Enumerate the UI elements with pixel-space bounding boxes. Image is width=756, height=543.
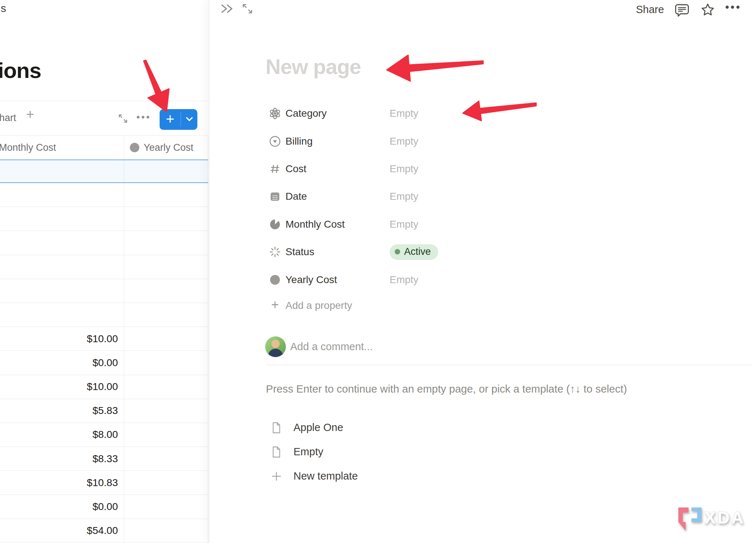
expand-diagonal-icon[interactable] <box>241 3 254 16</box>
table-cell-yearly[interactable] <box>124 495 208 518</box>
table-cell-monthly[interactable]: $54.00 <box>0 519 124 543</box>
table-cell-monthly[interactable]: $10.00 <box>0 327 124 351</box>
table-cell-monthly[interactable]: $5.83 <box>0 399 124 423</box>
plus-icon <box>270 470 283 482</box>
property-value[interactable]: Active <box>390 244 438 260</box>
collapse-right-icon[interactable] <box>219 2 235 17</box>
template-option[interactable]: Apple One <box>266 415 520 440</box>
more-options-button[interactable]: ••• <box>725 1 741 14</box>
table-cell-monthly[interactable]: $0.00 <box>0 495 124 518</box>
property-value[interactable]: Empty <box>390 274 418 286</box>
table-cell-yearly[interactable] <box>124 231 208 254</box>
table-row[interactable]: $10.83 <box>0 471 208 495</box>
table-row[interactable] <box>0 207 208 231</box>
status-dot <box>395 249 400 254</box>
table-cell-monthly[interactable] <box>0 183 124 207</box>
table-cell-yearly[interactable] <box>124 447 208 471</box>
expand-view-icon[interactable] <box>118 113 128 125</box>
table-cell-yearly[interactable] <box>124 183 208 207</box>
table-row[interactable]: $8.33 <box>0 447 208 471</box>
table-cell-yearly[interactable] <box>124 351 208 374</box>
table-cell-yearly[interactable] <box>124 255 208 279</box>
add-property-button[interactable]: + Add a property <box>266 294 665 318</box>
comment-row[interactable]: Add a comment... <box>265 336 373 357</box>
table-cell-monthly[interactable] <box>0 207 124 231</box>
table-cell-monthly[interactable]: $10.00 <box>0 375 124 399</box>
property-value[interactable]: Empty <box>390 219 418 230</box>
table-cell-monthly[interactable] <box>0 231 124 254</box>
table-row[interactable]: $0.00 <box>0 495 208 519</box>
template-label: Apple One <box>293 422 343 434</box>
table-cell-yearly[interactable] <box>124 399 208 423</box>
breadcrumb[interactable]: s <box>1 2 6 14</box>
template-label: Empty <box>293 446 323 458</box>
table-cell-yearly[interactable] <box>124 471 208 494</box>
add-comment-input[interactable]: Add a comment... <box>290 341 373 353</box>
template-option[interactable]: New template <box>266 464 520 488</box>
table-row[interactable] <box>0 255 208 279</box>
comment-icon[interactable] <box>674 3 690 19</box>
cell-value: $8.33 <box>0 453 124 465</box>
page-title-input[interactable]: New page <box>266 54 361 79</box>
table-cell-yearly[interactable] <box>124 303 208 327</box>
chevron-down-icon <box>186 116 193 123</box>
property-label: Yearly Cost <box>285 274 337 286</box>
table-cell-yearly[interactable] <box>124 327 208 351</box>
table-cell-monthly[interactable]: $10.83 <box>0 471 124 494</box>
select-icon <box>269 135 281 148</box>
new-highlighted-row[interactable] <box>0 159 208 183</box>
column-header-monthly-cost[interactable]: Monthly Cost <box>0 136 124 159</box>
table-row[interactable] <box>0 183 208 207</box>
table-row[interactable] <box>0 303 208 327</box>
table-cell-monthly[interactable]: $0.00 <box>0 351 124 374</box>
table-cell-yearly[interactable] <box>124 160 208 182</box>
table-cell-monthly[interactable] <box>0 279 124 303</box>
table-row[interactable]: $10.00 <box>0 327 208 351</box>
property-value[interactable]: Empty <box>390 108 418 119</box>
table-cell-yearly[interactable] <box>124 279 208 303</box>
table-cell-monthly[interactable] <box>0 303 124 327</box>
new-row-button-group[interactable]: + <box>160 109 197 130</box>
column-header-yearly-cost[interactable]: Yearly Cost <box>124 136 208 159</box>
table-row[interactable]: $10.00 <box>0 375 208 399</box>
property-row[interactable]: Category Empty <box>266 100 665 127</box>
table-cell-monthly[interactable] <box>0 160 124 182</box>
table-row[interactable] <box>0 231 208 255</box>
property-row[interactable]: Date Empty <box>266 183 665 210</box>
table-row[interactable]: $8.00 <box>0 423 208 447</box>
property-row[interactable]: Status Active <box>266 238 665 266</box>
xda-logo-text: XDA <box>704 508 745 527</box>
template-option[interactable]: Empty <box>266 440 520 464</box>
table-cell-yearly[interactable] <box>124 423 208 447</box>
table-row[interactable]: $0.00 <box>0 351 208 375</box>
cell-value: $10.00 <box>0 381 124 393</box>
table-row[interactable]: $54.00 <box>0 519 208 543</box>
table-cell-yearly[interactable] <box>124 519 208 543</box>
property-row[interactable]: Monthly Cost Empty <box>266 211 665 238</box>
table-cell-yearly[interactable] <box>124 375 208 399</box>
property-row[interactable]: Cost Empty <box>266 155 665 183</box>
number-icon <box>269 163 281 175</box>
table-row[interactable]: $5.83 <box>0 399 208 423</box>
table-cell-yearly[interactable] <box>124 207 208 231</box>
table-row[interactable] <box>0 279 208 303</box>
share-button[interactable]: Share <box>636 4 664 16</box>
property-row[interactable]: Yearly Cost Empty <box>266 266 665 293</box>
database-page-title[interactable]: ions <box>0 58 41 83</box>
star-icon[interactable] <box>700 3 715 18</box>
property-value[interactable]: Empty <box>390 163 418 175</box>
new-row-dropdown-button[interactable] <box>181 109 197 130</box>
property-value[interactable]: Empty <box>390 136 418 147</box>
property-row[interactable]: Billing Empty <box>266 127 665 155</box>
new-row-button[interactable]: + <box>160 109 181 130</box>
view-tab-chart[interactable]: hart <box>0 112 16 124</box>
view-options-button[interactable]: ••• <box>136 112 151 123</box>
table-cell-monthly[interactable] <box>0 255 124 279</box>
xda-bracket-pink <box>678 507 689 531</box>
table-cell-monthly[interactable]: $8.00 <box>0 423 124 447</box>
property-label: Date <box>285 191 307 202</box>
status-badge-label: Active <box>404 246 431 257</box>
add-view-button[interactable]: + <box>26 107 34 121</box>
table-cell-monthly[interactable]: $8.33 <box>0 447 124 471</box>
property-value[interactable]: Empty <box>390 191 418 202</box>
